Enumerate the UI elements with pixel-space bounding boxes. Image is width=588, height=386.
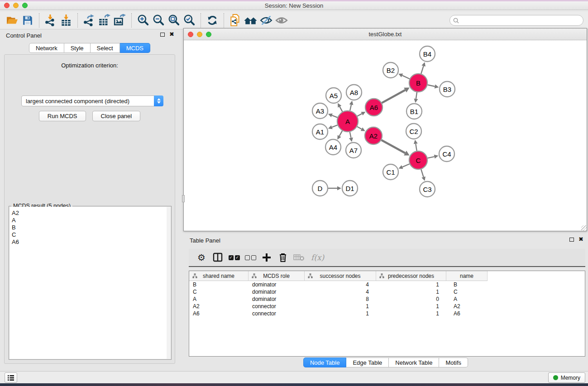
network-close-button[interactable] (188, 32, 193, 37)
table-settings-gear-icon[interactable]: ⚙ (194, 251, 209, 264)
table-tab-network-table[interactable]: Network Table (389, 357, 439, 367)
tab-network[interactable]: Network (29, 43, 64, 53)
edge-A-A3[interactable] (332, 115, 337, 118)
close-table-panel-icon[interactable]: ✖ (578, 237, 583, 242)
splitter-handle[interactable] (182, 195, 185, 202)
save-session-icon[interactable] (20, 13, 35, 28)
node-C2[interactable]: C2 (406, 124, 421, 139)
node-C1[interactable]: C1 (383, 164, 398, 180)
zoom-fit-icon[interactable] (166, 13, 182, 28)
close-window-button[interactable] (4, 3, 10, 8)
tab-select[interactable]: Select (91, 43, 120, 53)
result-item[interactable]: B (12, 224, 168, 231)
show-selected-icon[interactable] (274, 13, 289, 28)
minimize-window-button[interactable] (13, 3, 19, 8)
show-column-icon[interactable] (210, 251, 225, 264)
result-item[interactable]: A2 (12, 210, 168, 217)
table-row[interactable]: Bdominator41B (189, 281, 585, 288)
edge-A-A1[interactable] (332, 125, 337, 127)
edge-C-C1[interactable] (402, 164, 410, 167)
close-panel-button[interactable]: Close panel (92, 111, 141, 121)
node-C[interactable]: C (409, 151, 427, 169)
zoom-in-icon[interactable] (135, 13, 151, 28)
edge-B-B1[interactable] (416, 92, 417, 99)
export-table-icon[interactable] (97, 13, 112, 28)
network-graph[interactable]: B4B2BB3A5A8A6A3B1AA1C2A2A4A7C4CC1C3DD1 (184, 40, 587, 231)
edge-C-C2[interactable] (416, 144, 416, 151)
run-mcds-button[interactable]: Run MCDS (39, 111, 86, 121)
hide-selected-icon[interactable] (258, 13, 274, 28)
tab-mcds[interactable]: MCDS (120, 43, 150, 53)
column-header-name[interactable]: name (446, 271, 488, 281)
refresh-icon[interactable] (205, 13, 220, 28)
column-header-shared-name[interactable]: shared name (189, 271, 249, 281)
task-history-icon[interactable] (5, 372, 17, 383)
edge-A-A8[interactable] (350, 105, 351, 110)
float-panel-icon[interactable] (160, 33, 165, 37)
table-tab-node-table[interactable]: Node Table (303, 357, 347, 367)
edge-B-B4[interactable] (421, 66, 423, 74)
zoom-window-button[interactable] (22, 3, 28, 8)
edge-A-A7[interactable] (350, 132, 351, 138)
float-table-panel-icon[interactable] (569, 238, 574, 242)
result-item[interactable]: C (12, 231, 168, 238)
table-row[interactable]: Cdominator41C (189, 288, 585, 295)
home-layout-icon[interactable] (243, 13, 258, 28)
search-input[interactable] (461, 17, 583, 24)
table-row[interactable]: A2connector11A2 (189, 303, 585, 310)
add-row-icon[interactable] (259, 251, 274, 264)
node-D1[interactable]: D1 (342, 181, 358, 196)
node-B4[interactable]: B4 (420, 46, 435, 62)
window-resize-handle[interactable] (581, 225, 587, 231)
import-table-icon[interactable] (58, 13, 74, 28)
node-D[interactable]: D (312, 181, 328, 196)
result-scrollbar[interactable] (167, 207, 171, 359)
node-A6[interactable]: A6 (365, 99, 382, 116)
memory-button[interactable]: Memory (548, 372, 585, 383)
open-file-icon[interactable] (5, 13, 20, 28)
function-builder-icon[interactable]: f(x) (311, 253, 324, 262)
network-zoom-button[interactable] (206, 32, 211, 37)
column-header-predecessor-nodes[interactable]: predecessor nodes (376, 271, 446, 281)
edge-A-A2[interactable] (357, 127, 362, 129)
delete-row-icon[interactable] (276, 251, 290, 264)
node-B1[interactable]: B1 (406, 104, 422, 119)
tab-style[interactable]: Style (64, 43, 91, 53)
node-A[interactable]: A (337, 111, 358, 132)
deselect-all-icon[interactable] (243, 251, 258, 264)
table-tab-motifs[interactable]: Motifs (439, 357, 468, 367)
table-row[interactable]: A6connector11A6 (189, 310, 585, 317)
edge-A-A4[interactable] (339, 131, 343, 136)
node-A1[interactable]: A1 (312, 124, 328, 139)
edge-A-A5[interactable] (339, 107, 342, 112)
zoom-out-icon[interactable] (151, 13, 166, 28)
result-item[interactable]: A (12, 217, 168, 224)
node-A7[interactable]: A7 (346, 143, 361, 158)
close-panel-icon[interactable]: ✖ (169, 32, 174, 37)
first-network-view-icon[interactable] (228, 13, 243, 28)
select-all-icon[interactable]: ✓✓ (227, 251, 241, 264)
export-network-icon[interactable] (81, 13, 97, 28)
delete-table-icon[interactable] (292, 251, 306, 264)
node-C3[interactable]: C3 (420, 181, 435, 197)
edge-B-B3[interactable] (428, 85, 435, 86)
zoom-selected-icon[interactable] (182, 13, 197, 28)
node-B[interactable]: B (409, 74, 427, 92)
edge-C-C3[interactable] (421, 169, 423, 177)
node-B3[interactable]: B3 (440, 81, 455, 97)
edge-B-B2[interactable] (402, 76, 409, 79)
node-A3[interactable]: A3 (312, 103, 328, 119)
table-tab-edge-table[interactable]: Edge Table (346, 357, 389, 367)
network-minimize-button[interactable] (197, 32, 202, 37)
edge-C-C4[interactable] (427, 157, 434, 158)
edge-A6-B[interactable] (382, 90, 406, 103)
table-row[interactable]: Adominator80A (189, 295, 585, 303)
node-A4[interactable]: A4 (325, 139, 341, 155)
node-C4[interactable]: C4 (439, 146, 454, 162)
result-item[interactable]: A6 (12, 238, 168, 246)
edge-A-A6[interactable] (357, 114, 362, 116)
import-network-icon[interactable] (43, 13, 58, 28)
column-header-successor-nodes[interactable]: successor nodes (305, 271, 376, 281)
edge-A2-C[interactable] (382, 140, 405, 153)
node-B2[interactable]: B2 (383, 62, 398, 78)
